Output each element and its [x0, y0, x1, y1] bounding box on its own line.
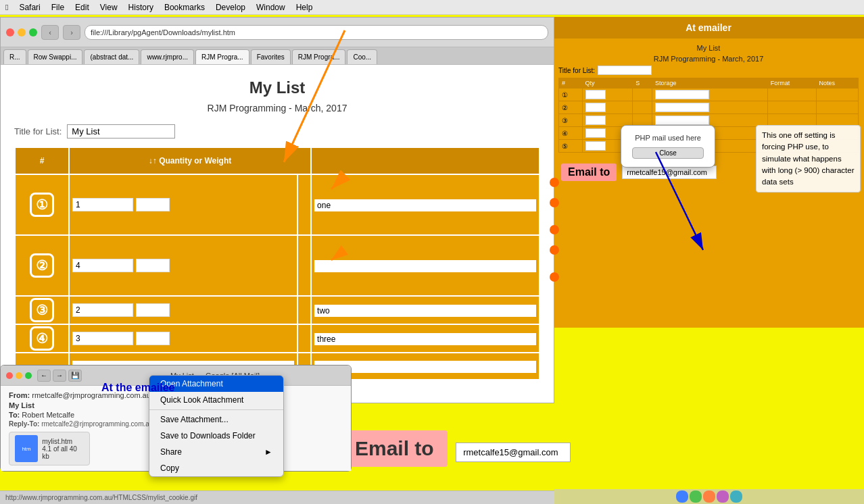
annotation-text: This one off setting is forcing PHP use,… [762, 131, 854, 186]
maximize-button[interactable] [29, 28, 37, 36]
extra-input-2[interactable] [136, 259, 170, 272]
close-button[interactable] [6, 28, 14, 36]
right-qty-5[interactable] [585, 141, 606, 151]
title-for-list-input[interactable] [67, 124, 175, 138]
text-input-2[interactable] [314, 260, 536, 272]
dock-icon-1[interactable] [676, 490, 688, 503]
right-qty-3[interactable] [585, 116, 606, 125]
mac-dock [554, 489, 864, 504]
php-popup-close[interactable]: Close [632, 147, 704, 159]
tab-4-active[interactable]: RJM Progra... [195, 49, 249, 64]
tab-2[interactable]: (abstract dat... [84, 49, 139, 64]
qty-input-4[interactable] [72, 332, 133, 345]
right-storage-2[interactable] [655, 103, 709, 112]
table-row: ③ [15, 296, 539, 324]
title-for-list-label: Title for List: [14, 126, 62, 136]
tab-1[interactable]: Row Swappi... [28, 49, 83, 64]
right-title-input[interactable] [598, 66, 652, 75]
file-menu[interactable]: File [51, 3, 64, 12]
tab-7[interactable]: Coo... [347, 49, 377, 64]
right-col-qty: Qty [582, 78, 633, 89]
annotation-callout: This one off setting is forcing PHP use,… [756, 125, 861, 193]
context-menu-copy[interactable]: Copy [149, 460, 283, 476]
minimize-button[interactable] [18, 28, 26, 36]
context-menu-save-downloads[interactable]: Save to Downloads Folder [149, 428, 283, 444]
extra-input-3[interactable] [136, 303, 170, 317]
dock-icon-3[interactable] [703, 490, 715, 503]
text-input-4[interactable] [314, 333, 536, 345]
qty-input-1[interactable] [72, 198, 133, 211]
php-popup-text: PHP mail used here [632, 134, 704, 142]
context-menu-save-attachment[interactable]: Save Attachment... [149, 411, 283, 428]
page-title: My List [14, 78, 540, 97]
right-col-storage: Storage [652, 78, 768, 89]
col-header-qty: ↓↑ Quantity or Weight [69, 147, 311, 174]
php-mail-popup: PHP mail used here Close [621, 125, 715, 168]
right-qty-4[interactable] [585, 128, 606, 138]
context-menu-quick-look[interactable]: Quick Look Attachment [149, 392, 283, 408]
browser-status-bar: http://www.rjmprogramming.com.au/HTMLCSS… [0, 490, 554, 504]
gmail-archive[interactable]: 💾 [68, 370, 82, 382]
right-col-hash: # [559, 78, 583, 89]
right-panel-header: At emailer [553, 17, 864, 39]
edit-menu[interactable]: Edit [75, 3, 89, 12]
big-email-to-label: Email to [341, 430, 448, 467]
right-table-row-2: ② [559, 101, 859, 114]
gmail-minimize[interactable] [16, 372, 22, 379]
page-subtitle: RJM Programming - March, 2017 [14, 103, 540, 114]
url-bar[interactable]: file:///Library/pgAgent/Downloads/mylist… [85, 25, 548, 40]
col-header-text [311, 147, 539, 174]
dock-icon-2[interactable] [690, 490, 702, 503]
safari-menu[interactable]: Safari [19, 3, 40, 12]
gmail-close[interactable] [6, 372, 13, 379]
text-input-1[interactable] [314, 199, 536, 211]
right-col-s1: S [633, 78, 652, 89]
develop-menu[interactable]: Develop [216, 3, 245, 12]
dock-icon-4[interactable] [717, 490, 729, 503]
row-number-1: ① [30, 193, 54, 217]
window-menu[interactable]: Window [256, 3, 285, 12]
file-info: mylist.htm 4.1 of all 40 kb [42, 438, 84, 460]
row-number-2: ② [30, 253, 54, 278]
gmail-maximize[interactable] [25, 372, 32, 379]
help-menu[interactable]: Help [296, 3, 313, 12]
tab-0[interactable]: R... [3, 49, 26, 64]
row-number-3: ③ [30, 298, 54, 322]
back-button[interactable]: ‹ [41, 25, 59, 40]
table-row: ② [15, 235, 539, 296]
forward-button[interactable]: › [63, 25, 80, 40]
dock-icon-5[interactable] [730, 490, 742, 503]
row-number-4: ④ [30, 326, 54, 351]
gmail-back[interactable]: ← [37, 370, 51, 382]
extra-input-1[interactable] [136, 198, 170, 211]
gmail-attachment[interactable]: htm mylist.htm 4.1 of all 40 kb [9, 432, 90, 465]
text-input-3[interactable] [314, 305, 536, 317]
right-col-notes: Notes [816, 78, 858, 89]
qty-input-2[interactable] [72, 259, 133, 272]
right-sub-title: My List [558, 44, 859, 52]
data-table: # ↓↑ Quantity or Weight ① [14, 147, 540, 380]
right-qty-2[interactable] [585, 103, 606, 112]
context-menu-share[interactable]: Share► [149, 444, 283, 460]
right-col-format: Format [767, 78, 816, 89]
right-qty-1[interactable] [585, 90, 606, 99]
qty-input-3[interactable] [72, 303, 133, 317]
right-storage-1[interactable] [655, 90, 709, 99]
title-row: Title for List: [14, 124, 540, 138]
tab-6[interactable]: RJM Progra... [292, 49, 346, 64]
right-email-to-input[interactable] [622, 166, 717, 179]
right-storage-3[interactable] [655, 116, 709, 125]
history-menu[interactable]: History [128, 3, 153, 12]
gmail-nav: ← → 💾 [37, 370, 82, 382]
page-content: My List RJM Programming - March, 2017 Ti… [1, 65, 554, 403]
browser-toolbar: ‹ › file:///Library/pgAgent/Downloads/my… [1, 18, 554, 47]
view-menu[interactable]: View [100, 3, 118, 12]
extra-input-4[interactable] [136, 332, 170, 345]
apple-menu[interactable]:  [5, 3, 8, 12]
big-email-to-input[interactable] [456, 443, 571, 462]
tab-3[interactable]: www.rjmpro... [141, 49, 194, 64]
gmail-forward[interactable]: → [53, 370, 66, 382]
main-browser-window: ‹ › file:///Library/pgAgent/Downloads/my… [0, 17, 554, 403]
bookmarks-menu[interactable]: Bookmarks [164, 3, 205, 12]
tab-5[interactable]: Favorites [251, 49, 291, 64]
